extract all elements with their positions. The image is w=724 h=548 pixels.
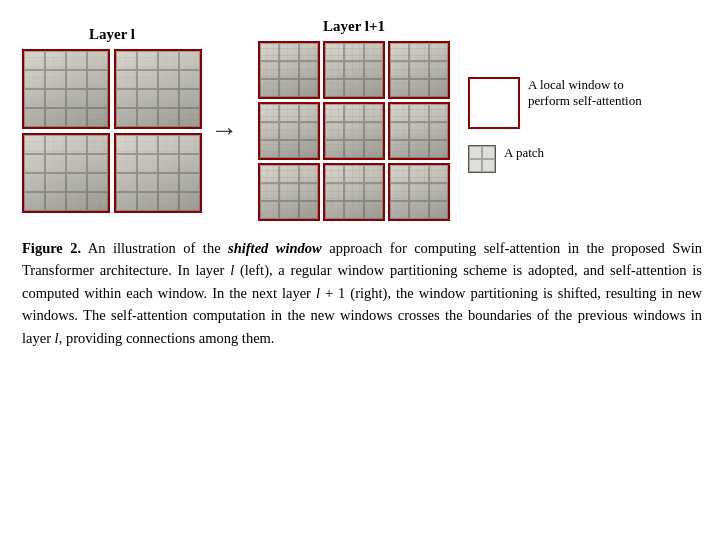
- figure-number: Figure 2.: [22, 240, 81, 256]
- legend-window-item: A local window toperform self-attention: [468, 77, 642, 129]
- window-cell-l1-3: [388, 41, 450, 99]
- window-cell-l-2: [114, 49, 202, 129]
- layer-l-label: Layer l: [89, 26, 135, 43]
- window-cell-l1-5: [323, 102, 385, 160]
- window-cell-l1-2: [323, 41, 385, 99]
- legend-patch-text: A patch: [504, 145, 544, 162]
- figure-caption: Figure 2. An illustration of the shifted…: [22, 237, 702, 349]
- legend-row-window: A local window toperform self-attention: [468, 77, 642, 129]
- legend-window-text: A local window toperform self-attention: [528, 77, 642, 111]
- legend-patch-box: [468, 145, 496, 173]
- diagram-area: Layer l: [22, 18, 702, 221]
- window-cell-l-4: [114, 133, 202, 213]
- transition-arrow: →: [210, 114, 238, 146]
- caption-text-5: , providing connections among them.: [59, 330, 275, 346]
- caption-text-1: An illustration of the: [88, 240, 228, 256]
- window-cell-l1-9: [388, 163, 450, 221]
- window-cell-l-3: [22, 133, 110, 213]
- legend-patch-item: A patch: [468, 145, 544, 173]
- window-cell-l1-1: [258, 41, 320, 99]
- layer-l-grid: [22, 49, 202, 213]
- window-cell-l1-8: [323, 163, 385, 221]
- legend-window-box: [468, 77, 520, 129]
- layer-l1-section: Layer l+1: [258, 18, 450, 221]
- layer-l-section: Layer l: [22, 26, 202, 213]
- layer-l1-grid: [258, 41, 450, 221]
- arrow-container: →: [202, 94, 246, 146]
- legend-area: A local window toperform self-attention …: [468, 67, 642, 173]
- window-cell-l1-7: [258, 163, 320, 221]
- window-cell-l-1: [22, 49, 110, 129]
- layer-l1-label: Layer l+1: [323, 18, 385, 35]
- caption-italic-shifted-window: shifted window: [228, 240, 322, 256]
- window-cell-l1-4: [258, 102, 320, 160]
- legend-row-patch: A patch: [468, 145, 544, 173]
- window-cell-l1-6: [388, 102, 450, 160]
